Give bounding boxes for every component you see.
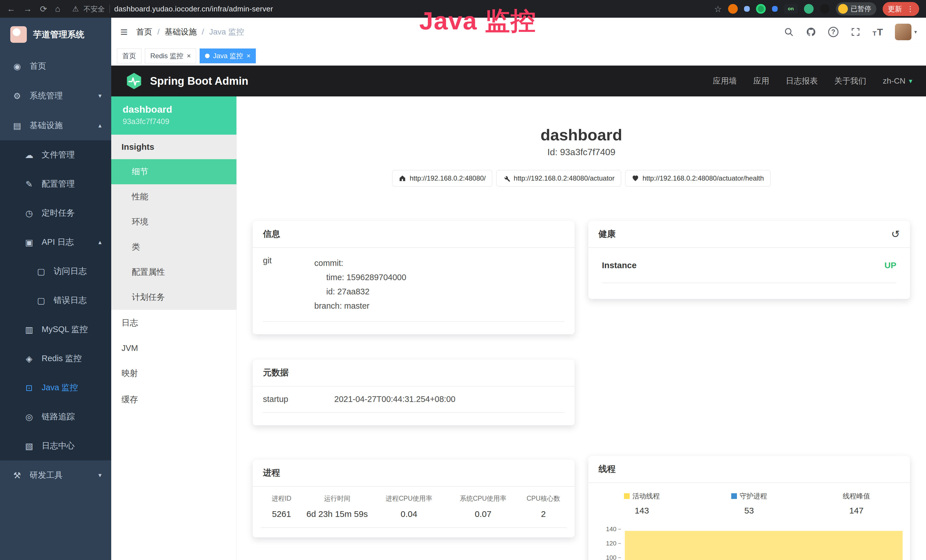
extension-paw-icon[interactable] — [820, 4, 830, 14]
address-url[interactable]: dashboard.yudao.iocoder.cn/infra/admin-s… — [114, 5, 273, 14]
sba-sidebar-item-scheduled-tasks[interactable]: 计划任务 — [111, 285, 236, 310]
extension-grid-icon[interactable] — [772, 6, 778, 12]
app-title: 芋道管理系统 — [33, 29, 85, 41]
sba-sidebar-item-logs[interactable]: 日志 — [111, 310, 236, 336]
browser-menu-kebab-icon[interactable]: ⋮ — [906, 5, 914, 14]
font-size-icon[interactable]: TT — [873, 27, 883, 37]
sba-brand-title[interactable]: Spring Boot Admin — [150, 75, 248, 87]
extension-orange-icon[interactable] — [728, 4, 738, 14]
layers-icon: ◈ — [24, 354, 34, 364]
service-url-button[interactable]: http://192.168.0.2:48080/ — [392, 170, 492, 186]
breadcrumb-item-infra[interactable]: 基础设施 — [165, 27, 197, 37]
card-info-body: git commit: time: 1596289704000 id: 27aa… — [253, 248, 575, 334]
sba-sidebar-section-insights[interactable]: Insights — [111, 135, 236, 159]
sidebar-item-label: API 日志 — [42, 236, 74, 248]
browser-actions: ☆ on 已暂停 更新 ⋮ — [714, 2, 919, 16]
health-url-button[interactable]: http://192.168.0.2:48080/actuator/health — [625, 170, 770, 186]
extension-camera-icon[interactable] — [744, 6, 750, 12]
sba-sidebar-item-mappings[interactable]: 映射 — [111, 360, 236, 387]
tab-label: 首页 — [123, 51, 136, 61]
app-logo-row[interactable]: 芋道管理系统 — [0, 18, 111, 51]
fullscreen-icon[interactable] — [850, 27, 861, 37]
process-header-cell: 运行时间 — [302, 494, 372, 503]
user-menu[interactable]: ▾ — [895, 24, 917, 40]
tab-home[interactable]: 首页 — [117, 48, 141, 64]
clock-icon: ◷ — [24, 208, 34, 218]
tab-redis-monitor[interactable]: Redis 监控 × — [145, 48, 196, 64]
sba-sidebar-item-environment[interactable]: 环境 — [111, 209, 236, 235]
legend-swatch-live-icon — [624, 493, 630, 499]
language-select[interactable]: zh-CN ▾ — [883, 76, 912, 86]
address-bar[interactable]: ⚠ 不安全 dashboard.yudao.iocoder.cn/infra/a… — [72, 4, 706, 14]
language-label: zh-CN — [883, 76, 905, 86]
sidebar-item-label: 研发工具 — [30, 469, 63, 481]
card-process-header: 进程 — [253, 460, 575, 487]
sidebar-item-file-manage[interactable]: ☁ 文件管理 — [0, 140, 111, 170]
home-icon[interactable]: ⌂ — [55, 4, 60, 14]
sba-sidebar: dashboard 93a3fc7f7409 Insights 细节 性能 环境… — [111, 97, 237, 560]
tab-java-monitor[interactable]: Java 监控 × — [200, 48, 256, 64]
sidebar-item-home[interactable]: ◉ 首页 — [0, 51, 111, 81]
sidebar-item-access-log[interactable]: ▢ 访问日志 — [0, 257, 111, 286]
document-icon: ▢ — [36, 266, 46, 277]
reload-icon[interactable]: ⟳ — [40, 4, 47, 14]
sidebar-item-error-log[interactable]: ▢ 错误日志 — [0, 286, 111, 315]
sidebar-item-trace[interactable]: ◎ 链路追踪 — [0, 402, 111, 431]
forward-icon[interactable]: → — [23, 4, 32, 14]
sba-sidebar-item-jvm[interactable]: JVM — [111, 336, 236, 360]
sidebar-item-log-center[interactable]: ▧ 日志中心 — [0, 431, 111, 460]
hamburger-icon[interactable]: ≡ — [120, 26, 128, 38]
smiley-icon — [838, 4, 848, 14]
actuator-url-button[interactable]: http://192.168.0.2:48080/actuator — [496, 170, 621, 186]
sba-sidebar-item-details[interactable]: 细节 — [111, 159, 236, 184]
sba-nav-item-about[interactable]: 关于我们 — [834, 76, 866, 86]
search-icon[interactable] — [784, 27, 794, 37]
sidebar-item-label: 错误日志 — [54, 295, 87, 306]
service-url-label: http://192.168.0.2:48080/ — [410, 174, 486, 182]
sidebar-item-infra[interactable]: ▤ 基础设施 ▴ — [0, 111, 111, 140]
process-header-cell: 系统CPU使用率 — [446, 494, 520, 503]
back-icon[interactable]: ← — [7, 4, 15, 14]
sba-sidebar-item-classes[interactable]: 类 — [111, 235, 236, 260]
sidebar-item-redis-monitor[interactable]: ◈ Redis 监控 — [0, 344, 111, 373]
sidebar-item-mysql-monitor[interactable]: ▥ MySQL 监控 — [0, 315, 111, 344]
process-header-cell: CPU核心数 — [520, 494, 567, 503]
update-button[interactable]: 更新 ⋮ — [883, 2, 919, 16]
extension-green-icon[interactable] — [756, 4, 766, 14]
tab-label: Java 监控 — [213, 51, 243, 61]
sidebar-item-system[interactable]: ⚙ 系统管理 ▾ — [0, 81, 111, 111]
sba-sidebar-item-metrics[interactable]: 性能 — [111, 184, 236, 209]
breadcrumb-item-current: Java 监控 — [209, 27, 244, 37]
sba-sidebar-item-caches[interactable]: 缓存 — [111, 387, 236, 413]
help-icon[interactable]: ? — [828, 27, 838, 37]
github-icon[interactable] — [806, 27, 816, 37]
tab-close-icon[interactable]: × — [247, 52, 250, 60]
document-icon: ▣ — [24, 238, 34, 247]
paused-badge[interactable]: 已暂停 — [836, 2, 876, 15]
sidebar-item-config-manage[interactable]: ✎ 配置管理 — [0, 170, 111, 198]
breadcrumb-item-home[interactable]: 首页 — [136, 27, 152, 37]
sba-nav-item-applications[interactable]: 应用 — [754, 76, 769, 86]
security-warning-icon[interactable]: ⚠ — [72, 5, 79, 14]
sba-nav-item-wallboard[interactable]: 应用墙 — [713, 76, 737, 86]
sidebar-item-label: 首页 — [30, 61, 46, 72]
process-value-cell: 6d 23h 15m 59s — [302, 509, 372, 519]
card-metadata-body: startup 2021-04-27T00:44:31.254+08:00 — [253, 387, 575, 425]
sidebar-item-java-monitor[interactable]: ⊡ Java 监控 — [0, 373, 111, 402]
health-instance-row[interactable]: Instance UP — [602, 248, 897, 283]
sidebar-item-api-log[interactable]: ▣ API 日志 ▴ — [0, 228, 111, 257]
sidebar-item-dev-tools[interactable]: ⚒ 研发工具 ▾ — [0, 460, 111, 490]
bookmark-star-icon[interactable]: ☆ — [714, 4, 722, 14]
sidebar-item-label: 定时任务 — [42, 207, 75, 219]
extension-on-badge[interactable]: on — [784, 4, 798, 14]
sba-sidebar-item-config-props[interactable]: 配置属性 — [111, 260, 236, 285]
active-tab-dot — [205, 54, 210, 58]
sidebar-item-scheduled-jobs[interactable]: ◷ 定时任务 — [0, 198, 111, 228]
instance-header[interactable]: dashboard 93a3fc7f7409 — [111, 97, 236, 135]
extension-leaf-icon[interactable] — [804, 4, 814, 14]
legend-item-peak: 线程峰值 147 — [803, 492, 910, 516]
tab-close-icon[interactable]: × — [187, 52, 191, 60]
history-icon[interactable]: ↺ — [891, 229, 900, 239]
info-row-git: git commit: time: 1596289704000 id: 27aa… — [263, 248, 564, 322]
sba-nav-item-journal[interactable]: 日志报表 — [786, 76, 818, 86]
